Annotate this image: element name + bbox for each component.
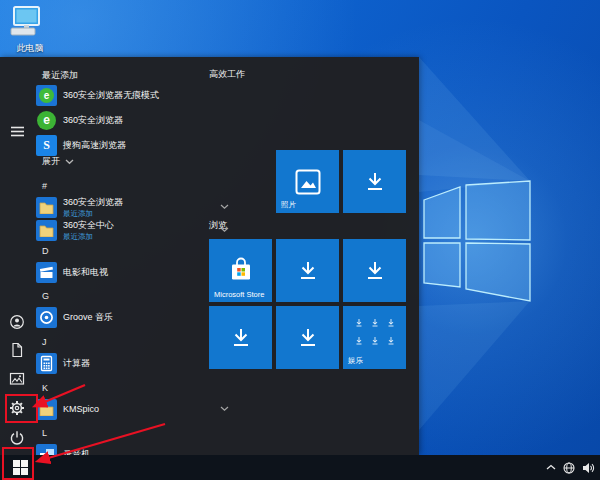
windows-desktop: 此电脑 xyxy=(0,0,600,480)
wallpaper-windows-logo xyxy=(0,0,600,480)
